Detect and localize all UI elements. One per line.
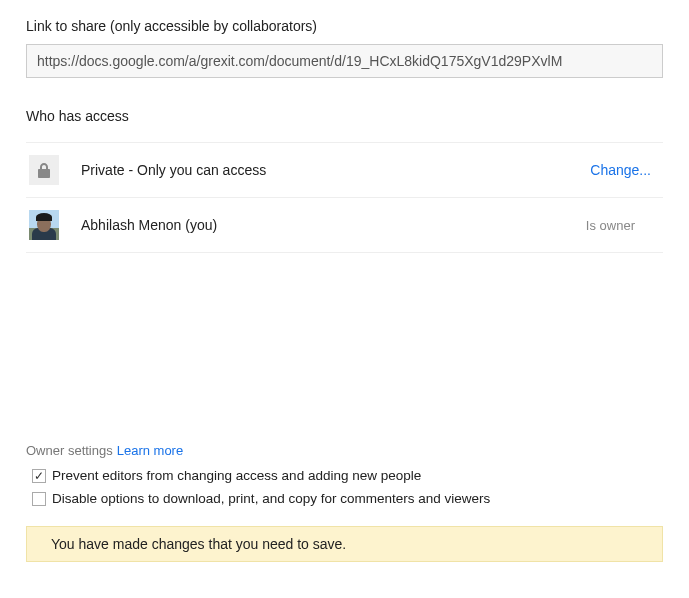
avatar	[29, 210, 59, 240]
who-has-access-heading: Who has access	[26, 108, 663, 124]
owner-settings-label: Owner settingsLearn more	[26, 443, 663, 458]
privacy-row: Private - Only you can access Change...	[26, 142, 663, 198]
prevent-editors-label: Prevent editors from changing access and…	[52, 468, 421, 483]
privacy-text: Private - Only you can access	[81, 162, 590, 178]
user-role: Is owner	[586, 218, 635, 233]
lock-icon	[29, 155, 59, 185]
save-changes-notice: You have made changes that you need to s…	[26, 526, 663, 562]
prevent-editors-checkbox[interactable]: ✓	[32, 469, 46, 483]
learn-more-link[interactable]: Learn more	[117, 443, 183, 458]
link-share-label: Link to share (only accessible by collab…	[26, 18, 663, 34]
user-row: Abhilash Menon (you) Is owner	[26, 198, 663, 253]
disable-download-option[interactable]: Disable options to download, print, and …	[32, 491, 663, 506]
change-access-link[interactable]: Change...	[590, 162, 651, 178]
share-link-input[interactable]	[26, 44, 663, 78]
disable-download-checkbox[interactable]	[32, 492, 46, 506]
prevent-editors-option[interactable]: ✓ Prevent editors from changing access a…	[32, 468, 663, 483]
user-name: Abhilash Menon (you)	[81, 217, 586, 233]
disable-download-label: Disable options to download, print, and …	[52, 491, 490, 506]
